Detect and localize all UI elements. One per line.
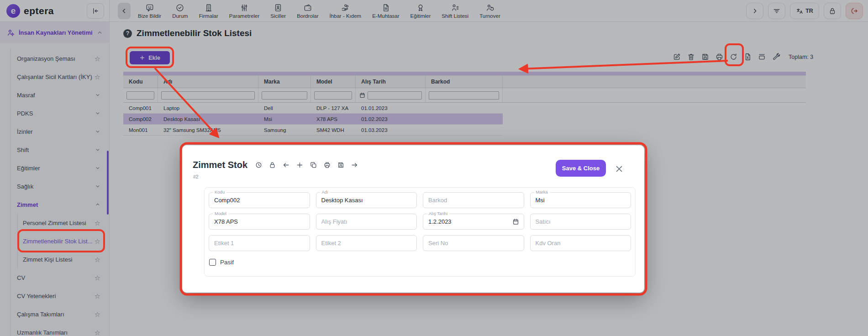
barkod-input[interactable] <box>423 197 524 204</box>
new-record-button[interactable] <box>296 161 304 169</box>
field-label: Adı <box>320 190 330 194</box>
field-etiket-2 <box>316 235 417 251</box>
lock-record-button[interactable] <box>268 161 276 169</box>
field-satici <box>530 214 631 230</box>
satici-input[interactable] <box>531 218 631 225</box>
lock-icon <box>268 161 276 169</box>
close-dialog-button[interactable] <box>614 164 624 174</box>
arrow-left-icon <box>282 161 290 169</box>
copy-record-button[interactable] <box>310 161 317 169</box>
field-seri-no <box>423 235 524 251</box>
field-alis-tarihi: Alış Tarihi <box>423 214 524 230</box>
record-id: #2 <box>193 174 199 179</box>
zimmet-stok-dialog: Zimmet Stok #2 Save & Close Kodu <box>182 145 644 293</box>
field-adi: Adı <box>316 192 417 208</box>
close-icon <box>614 164 624 174</box>
print-record-button[interactable] <box>323 161 331 169</box>
adi-input[interactable] <box>316 197 417 204</box>
field-model: Model <box>209 214 310 230</box>
field-label: Model <box>213 211 228 216</box>
dialog-header: Zimmet Stok <box>193 160 358 170</box>
field-marka: Marka <box>530 192 631 208</box>
history-button[interactable] <box>255 161 263 169</box>
pasif-checkbox-row: Pasif <box>209 259 234 266</box>
field-alis-fiyati <box>316 214 417 230</box>
save-record-button[interactable] <box>337 161 345 169</box>
save-and-close-button[interactable]: Save & Close <box>556 160 606 177</box>
field-label: Kodu <box>213 190 226 194</box>
marka-input[interactable] <box>531 197 631 204</box>
save-icon <box>337 161 345 169</box>
dialog-form: Kodu Adı Marka Model <box>204 187 636 277</box>
alis-fiyati-input[interactable] <box>316 218 417 225</box>
etiket-2-input[interactable] <box>316 240 417 247</box>
arrow-right-icon <box>351 161 358 169</box>
seri-no-input[interactable] <box>423 240 524 247</box>
field-kdv-oran <box>530 235 631 251</box>
plus-icon <box>296 161 304 169</box>
history-icon <box>255 161 263 169</box>
app-window: e eptera Bize Bildir Durum Firm <box>0 0 868 336</box>
printer-icon <box>323 161 331 169</box>
kodu-input[interactable] <box>209 197 310 204</box>
kdv-oran-input[interactable] <box>531 240 631 247</box>
next-record-button[interactable] <box>351 161 358 169</box>
pasif-label: Pasif <box>220 259 234 266</box>
copy-icon <box>310 161 317 169</box>
field-etiket-1 <box>209 235 310 251</box>
field-label: Marka <box>534 190 550 194</box>
dialog-toolbar <box>255 161 358 169</box>
field-kodu: Kodu <box>209 192 310 208</box>
previous-record-button[interactable] <box>282 161 290 169</box>
pasif-checkbox[interactable] <box>209 259 216 266</box>
field-label: Alış Tarihi <box>427 211 449 216</box>
field-barkod <box>423 192 524 208</box>
model-input[interactable] <box>209 218 310 225</box>
etiket-1-input[interactable] <box>209 240 310 247</box>
dialog-title: Zimmet Stok <box>193 160 247 170</box>
alis-tarihi-input[interactable] <box>423 218 524 225</box>
